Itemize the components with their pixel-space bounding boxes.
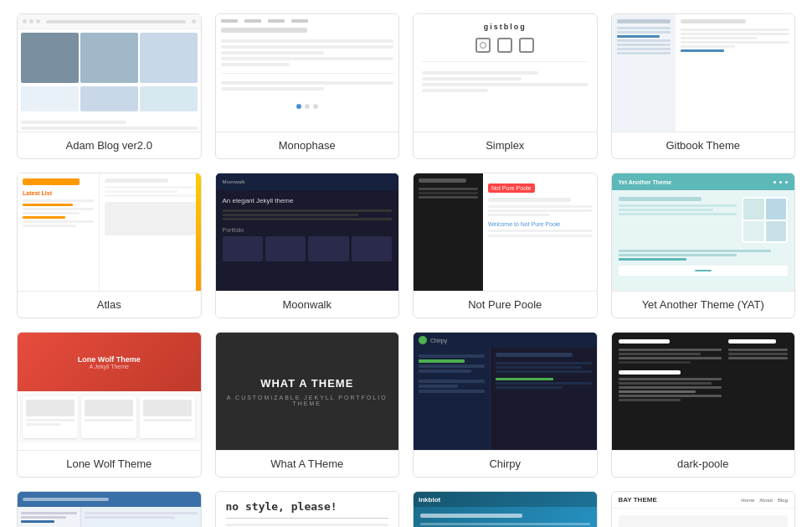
theme-preview-darkpoole [612,333,795,450]
theme-card-chirpy[interactable]: Chirpy [413,332,598,478]
theme-card-yat[interactable]: Yet Another Theme [611,173,796,318]
themes-grid: Adam Blog ver2.0 [0,0,812,527]
theme-preview-adam [18,14,201,132]
theme-name-yat: Yet Another Theme (YAT) [612,291,795,318]
theme-card-atlas[interactable]: Latest List Atlas [17,173,202,318]
theme-preview-chirpy: Chirpy [414,333,597,450]
theme-name-simplex: Simplex [414,132,597,158]
theme-preview-notpure: Not Pure Poole Welcome to Not Pure Poole [414,173,597,291]
theme-preview-yat: Yet Another Theme [612,173,795,291]
theme-preview-inkblot: Inkblot [414,492,597,527]
theme-card-simplex[interactable]: gistblog Simplex [413,13,598,159]
theme-card-bay[interactable]: BAY THEME Home About Blog [611,491,796,527]
theme-card-partial1[interactable] [17,491,202,527]
theme-card-adam[interactable]: Adam Blog ver2.0 [17,13,202,159]
theme-preview-whatatheme: WHAT A THEME A CUSTOMIZABLE JEKYLL PORTF… [216,333,399,450]
theme-card-lonewolf[interactable]: Lone Wolf Theme A Jekyll Theme [17,332,202,478]
theme-name-lonewolf: Lone Wolf Theme [18,450,201,477]
theme-preview-simplex: gistblog [414,14,597,132]
theme-card-inkblot[interactable]: Inkblot [413,491,598,527]
theme-name-atlas: Atlas [18,291,201,318]
theme-preview-gitbook [612,14,795,132]
theme-preview-mono [216,14,399,132]
theme-name-whatatheme: What A THeme [216,450,399,477]
theme-card-whatatheme[interactable]: WHAT A THEME A CUSTOMIZABLE JEKYLL PORTF… [215,332,400,478]
theme-name-gitbook: Gitbook Theme [612,132,795,158]
theme-card-notpure[interactable]: Not Pure Poole Welcome to Not Pure Poole… [413,173,598,318]
theme-card-gitbook[interactable]: Gitbook Theme [611,13,796,159]
theme-name-mono: Monophase [216,132,399,158]
theme-preview-atlas: Latest List [18,173,201,291]
theme-name-notpure: Not Pure Poole [414,291,597,318]
theme-card-nostyle[interactable]: no style, please! [215,491,400,527]
theme-name-moonwalk: Moonwalk [216,291,399,318]
theme-name-adam: Adam Blog ver2.0 [18,132,201,158]
theme-name-darkpoole: dark-poole [612,450,795,477]
theme-preview-partial1 [18,492,201,527]
theme-preview-moonwalk: Moonwalk An elegant Jekyll theme Portfol… [216,173,399,291]
theme-card-darkpoole[interactable]: dark-poole [611,332,796,478]
theme-card-moonwalk[interactable]: Moonwalk An elegant Jekyll theme Portfol… [215,173,400,318]
theme-preview-nostyle: no style, please! [216,492,399,527]
theme-preview-bay: BAY THEME Home About Blog [612,492,795,527]
theme-name-chirpy: Chirpy [414,450,597,477]
theme-preview-lonewolf: Lone Wolf Theme A Jekyll Theme [18,333,201,450]
theme-card-mono[interactable]: Monophase [215,13,400,159]
